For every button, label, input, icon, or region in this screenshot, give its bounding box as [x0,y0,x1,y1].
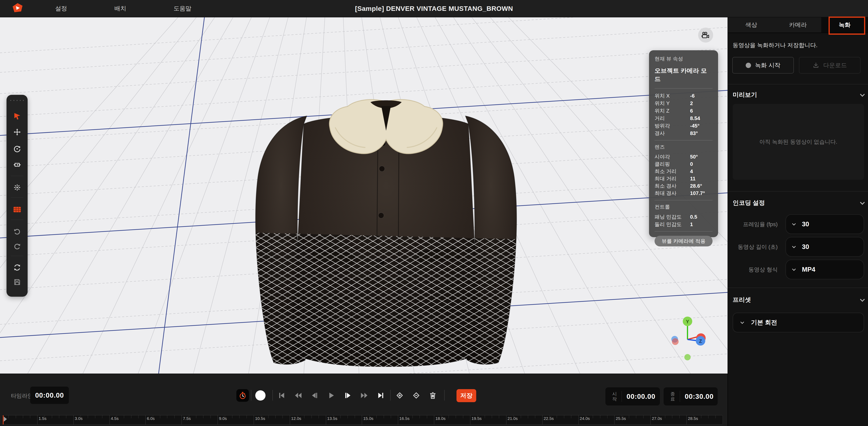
step-back-icon [310,391,319,400]
grid-line [138,18,270,373]
property-label: 최대 경사 [655,190,690,197]
end-time-box[interactable]: 종료 00:30.00 [663,387,718,405]
save-scene-button[interactable] [12,277,22,287]
current-time-display[interactable]: 00:00.00 [30,387,69,404]
encoding-section-header[interactable]: 인코딩 설정 [733,199,864,207]
rotate-icon [13,144,22,153]
grid-table-button[interactable] [12,205,22,215]
position-rows: 위치 X-6위치 Y2위치 Z6거리8.54방위각-45°경사83° [655,92,713,137]
app-logo[interactable] [12,3,23,14]
grid-line [159,18,205,373]
focus-tool-button[interactable] [12,183,22,192]
ruler-tick-label: 28.5s [688,416,698,421]
ruler-cell: 27.0s [650,415,686,424]
property-row: 거리8.54 [655,114,713,122]
menu-settings[interactable]: 설정 [55,4,67,12]
tab-color[interactable]: 색상 [728,18,775,33]
rotate-tool-button[interactable] [12,144,22,154]
skip-to-end-button[interactable] [375,390,386,401]
video-format-label: 동영상 형식 [733,266,778,273]
apply-view-to-camera-button[interactable]: 뷰를 카메라에 적용 [655,236,713,247]
viewport-3d-canvas[interactable]: Z Y 현재 뷰 속성 오브젝트 카메라 모드 위치 X-6위치 Y2위치 Z6… [0,18,727,373]
toolbar-drag-handle[interactable] [6,100,28,101]
property-value: 0 [690,161,693,167]
property-row: 위치 Z6 [655,107,713,114]
right-sidebar: 색상 카메라 녹화 동영상을 녹화하거나 저장합니다. 녹화 시작 다운로드 미… [727,18,868,426]
framerate-select[interactable]: 30 [785,214,864,234]
video-format-select[interactable]: MP4 [785,260,864,279]
start-recording-button[interactable]: 녹화 시작 [732,57,794,73]
gizmo-neg-x-ball[interactable] [672,338,679,345]
camera-view-button[interactable] [698,28,713,42]
garment-mesh-overlay [252,233,521,373]
chevron-down-icon [860,297,865,302]
refresh-icon [13,263,22,272]
grid-line [0,48,727,94]
timeline-label: 타임라인 [11,392,33,400]
previous-keyframe-button[interactable] [292,390,304,401]
step-forward-button[interactable] [342,390,353,401]
skip-end-icon [376,391,385,400]
video-length-select[interactable]: 30 [785,237,864,257]
gizmo-neg-y-ball[interactable] [684,354,691,360]
ruler-tick-label: 19.5s [471,416,482,421]
record-circle-icon [746,63,751,68]
tab-record[interactable]: 녹화 [821,18,868,33]
video-length-label: 동영상 길이 (초) [733,243,778,250]
axis-gizmo[interactable]: Z Y [671,317,706,360]
preset-expander[interactable]: 기본 회전 [733,313,864,332]
playhead-flag[interactable] [4,417,7,422]
save-timeline-button[interactable]: 저장 [457,389,476,402]
end-time-value: 00:30.00 [685,392,714,400]
select-tool-button[interactable] [12,111,22,121]
auto-keyframe-toggle[interactable] [236,389,249,402]
ruler-tick-label: 10.5s [255,416,265,421]
next-keyframe-button[interactable] [359,390,370,401]
delete-keyframes-button[interactable] [427,390,438,401]
ruler-tick-label: 18.0s [435,416,445,421]
preset-section-header[interactable]: 프리셋 [733,296,864,304]
undo-button[interactable] [12,227,22,236]
preview-section-header[interactable]: 미리보기 [733,91,864,99]
ruler-cell: 19.5s [470,415,506,424]
trash-icon [428,391,437,400]
remove-keyframe-button[interactable] [411,390,422,401]
playhead[interactable] [3,415,4,425]
preview-title: 미리보기 [733,91,757,99]
end-label: 종료 [670,391,676,402]
prev-keyframe-icon [293,391,303,400]
redo-button[interactable] [12,241,22,251]
menu-layout[interactable]: 배치 [115,4,126,12]
skip-to-start-button[interactable] [276,390,287,401]
property-label: 경사 [655,130,690,137]
ruler-tick-label: 24.0s [580,416,590,421]
record-description: 동영상을 녹화하거나 저장합니다. [733,41,817,49]
save-disk-icon [13,278,21,286]
refresh-button[interactable] [12,263,22,272]
scale-tool-button[interactable] [12,160,22,170]
start-time-box[interactable]: 시작 00:00.00 [606,387,660,405]
property-value: 8.54 [690,115,700,122]
garment-jacket [252,100,521,373]
stopwatch-icon [239,391,247,400]
grid-line [0,18,196,373]
property-label: 클리핑 [655,161,690,168]
property-value: -6 [690,93,694,99]
property-row: 시야각50° [655,153,713,160]
lens-rows: 시야각50°클리핑0최소 거리4최대 거리11최소 경사28.6°최대 경사10… [655,153,713,197]
timeline-ruler[interactable]: 1.5s3.0s4.5s6.0s7.5s9.0s10.5s12.0s13.5s1… [1,415,723,425]
record-button[interactable] [255,390,266,400]
grid-line [83,18,251,373]
ruler-tick-label: 4.5s [111,416,119,421]
step-back-button[interactable] [309,390,320,401]
property-value: 28.6° [690,183,702,189]
ruler-tick-label: 6.0s [147,416,155,421]
tab-camera[interactable]: 카메라 [775,18,822,33]
download-button[interactable]: 다운로드 [799,57,861,73]
move-tool-button[interactable] [12,127,22,137]
add-keyframe-button[interactable] [394,390,405,401]
menu-help[interactable]: 도움말 [174,4,191,12]
framerate-label: 프레임율 (fps) [733,221,778,228]
scale-box-icon [13,160,22,169]
play-button[interactable] [326,390,337,401]
